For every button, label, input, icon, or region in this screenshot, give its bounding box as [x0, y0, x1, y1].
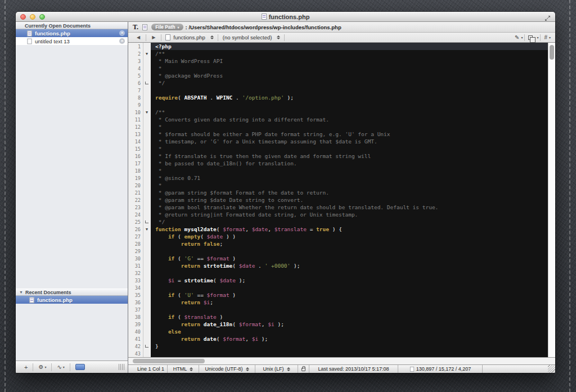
file-path-dropdown[interactable]: File Path ▾	[151, 24, 183, 30]
resize-drag-handle[interactable]	[119, 364, 124, 370]
code-line[interactable]: 4 *	[128, 65, 548, 72]
code-line[interactable]: 8require( ABSPATH . WPINC . '/option.php…	[128, 94, 548, 101]
code-line[interactable]: 28 return false;	[128, 240, 548, 247]
code-text[interactable]: return false;	[151, 240, 548, 247]
code-line[interactable]: 1<?php	[128, 43, 548, 50]
code-text[interactable]: * If $translate is true then the given d…	[151, 152, 548, 160]
pages-icon[interactable]	[528, 35, 533, 40]
code-line[interactable]: 31 return strtotime( $date . ' +0000' );	[128, 262, 548, 269]
code-text[interactable]: if ( 'U' == $format )	[151, 291, 548, 299]
vertical-scrollbar[interactable]	[548, 43, 555, 357]
code-text[interactable]: if ( 'G' == $format )	[151, 255, 548, 262]
code-text[interactable]: else	[151, 328, 548, 335]
code-line[interactable]: 5 * @package WordPress	[128, 72, 548, 79]
close-icon[interactable]: ×	[119, 30, 125, 36]
code-text[interactable]: * timestamp, or 'G' for a Unix timestamp…	[151, 138, 548, 145]
code-line[interactable]: 42}	[128, 343, 548, 350]
code-line[interactable]: 15 *	[128, 145, 548, 152]
code-line[interactable]: 41 return date( $format, $i );	[128, 335, 548, 343]
code-text[interactable]: * @package WordPress	[151, 72, 548, 79]
code-text[interactable]: * @param string $date Date string to con…	[151, 196, 548, 204]
zoom-window-button[interactable]	[39, 14, 45, 20]
code-line[interactable]: 33 $i = strtotime( $date );	[128, 277, 548, 284]
action-menu-button[interactable]: ∿▾	[52, 361, 69, 373]
code-text[interactable]: }	[151, 343, 548, 350]
pencil-icon[interactable]: ✎	[513, 34, 521, 40]
sidebar-item[interactable]: untitled text 13×	[16, 37, 128, 45]
code-line[interactable]: 6 */	[128, 79, 548, 87]
code-text[interactable]: * @since 0.71	[151, 174, 548, 182]
code-lines[interactable]: 1<?php2▼/**3 * Main WordPress API4 *5 * …	[128, 43, 548, 357]
file-selector-stepper[interactable]	[210, 35, 214, 39]
code-line[interactable]: 39 return date_i18n( $format, $i );	[128, 321, 548, 328]
recent-documents-header[interactable]: ▼ Recent Documents	[16, 289, 128, 296]
code-text[interactable]: */	[151, 79, 548, 87]
symbol-list-icon[interactable]: #	[542, 34, 549, 40]
code-text[interactable]: <?php	[151, 43, 548, 50]
file-selector-label[interactable]: functions.php	[173, 34, 205, 40]
code-line[interactable]: 35 if ( 'U' == $format )	[128, 291, 548, 299]
code-line[interactable]: 20 *	[128, 182, 548, 189]
code-line[interactable]: 29	[128, 247, 548, 255]
code-line[interactable]: 27 if ( empty( $date ) )	[128, 233, 548, 240]
code-text[interactable]: * @param string $format Format of the da…	[151, 189, 548, 196]
close-icon[interactable]: ×	[119, 38, 125, 44]
horizontal-scrollbar[interactable]	[128, 358, 555, 364]
code-line[interactable]: 23 * @param bool $translate Whether the …	[128, 204, 548, 211]
code-line[interactable]: 21 * @param string $format Format of the…	[128, 189, 548, 196]
code-text[interactable]: * Main WordPress API	[151, 57, 548, 65]
code-line[interactable]: 11 * Converts given date string into a d…	[128, 116, 548, 123]
code-line[interactable]: 40 else	[128, 328, 548, 335]
toggle-drawer-button[interactable]	[70, 361, 90, 373]
code-text[interactable]: *	[151, 167, 548, 174]
lock-toggle[interactable]	[298, 365, 309, 373]
code-text[interactable]: *	[151, 65, 548, 72]
code-line[interactable]: 9	[128, 101, 548, 109]
code-text[interactable]: * $format should be either a PHP date fo…	[151, 130, 548, 138]
title-bar[interactable]: functions.php	[16, 12, 555, 22]
code-line[interactable]: 38 if ( $translate )	[128, 313, 548, 321]
code-text[interactable]: *	[151, 145, 548, 152]
symbol-selector-label[interactable]: (no symbol selected)	[223, 34, 272, 40]
chevron-down-icon[interactable]: ▾	[521, 35, 523, 39]
code-line[interactable]: 37	[128, 306, 548, 313]
sidebar-item[interactable]: functions.php	[16, 296, 128, 304]
fold-marker[interactable]: ▼	[143, 52, 151, 56]
back-button[interactable]: ◀	[133, 35, 144, 40]
code-text[interactable]: * be passed to date_i18n() for translati…	[151, 160, 548, 167]
code-line[interactable]: 18 *	[128, 167, 548, 174]
encoding-selector[interactable]: Unicode (UTF-8)	[199, 365, 255, 373]
code-text[interactable]: function mysql2date( $format, $date, $tr…	[151, 226, 548, 233]
text-tool-button[interactable]: T.	[133, 23, 138, 31]
code-line[interactable]: 13 * $format should be either a PHP date…	[128, 130, 548, 138]
code-text[interactable]: * Converts given date string into a diff…	[151, 116, 548, 123]
language-selector[interactable]: HTML	[168, 365, 199, 373]
code-line[interactable]: 16 * If $translate is true then the give…	[128, 152, 548, 160]
code-line[interactable]: 2▼/**	[128, 50, 548, 57]
code-line[interactable]: 19 * @since 0.71	[128, 174, 548, 182]
fold-marker[interactable]: ▼	[143, 227, 151, 231]
horizontal-scrollbar-thumb[interactable]	[133, 359, 205, 363]
chevron-down-icon[interactable]: ▾	[549, 35, 551, 39]
code-line[interactable]: 17 * be passed to date_i18n() for transl…	[128, 160, 548, 167]
code-line[interactable]: 26▼function mysql2date( $format, $date, …	[128, 226, 548, 233]
code-line[interactable]: 14 * timestamp, or 'G' for a Unix timest…	[128, 138, 548, 145]
code-text[interactable]: return date_i18n( $format, $i );	[151, 321, 548, 328]
forward-button[interactable]: ▶	[148, 35, 159, 40]
code-text[interactable]: */	[151, 218, 548, 226]
code-text[interactable]: *	[151, 182, 548, 189]
add-button[interactable]: +	[19, 361, 33, 373]
gear-menu-button[interactable]: ⚙▾	[33, 361, 51, 373]
code-line[interactable]: 43	[128, 350, 548, 357]
sidebar-item[interactable]: functions.php×	[16, 29, 128, 37]
code-line[interactable]: 12 *	[128, 123, 548, 130]
code-line[interactable]: 3 * Main WordPress API	[128, 57, 548, 65]
code-text[interactable]: if ( empty( $date ) )	[151, 233, 548, 240]
vertical-scrollbar-thumb[interactable]	[550, 45, 554, 60]
symbol-selector-stepper[interactable]	[277, 35, 280, 39]
code-text[interactable]: /**	[151, 109, 548, 116]
code-text[interactable]: return date( $format, $i );	[151, 335, 548, 343]
code-line[interactable]: 10▼/**	[128, 109, 548, 116]
code-line[interactable]: 7	[128, 87, 548, 94]
code-text[interactable]: $i = strtotime( $date );	[151, 277, 548, 284]
